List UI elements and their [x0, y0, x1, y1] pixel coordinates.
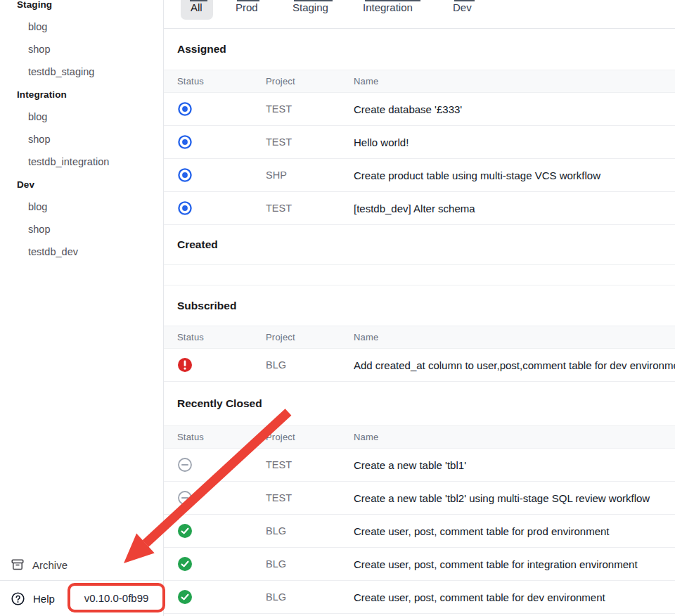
sidebar-item-shop-staging[interactable]: shop	[0, 38, 163, 60]
sidebar-item-blog-integration[interactable]: blog	[0, 105, 163, 128]
cropped-content-mark	[190, 0, 207, 1]
project-code: SHP	[266, 169, 354, 181]
table-row[interactable]: TEST Create a new table 'tbl2' using mul…	[164, 482, 675, 515]
table-row[interactable]: TEST Create a new table 'tbl1'	[164, 449, 675, 482]
issue-name: Create database '£333'	[354, 103, 675, 115]
db-item-label: blog	[28, 201, 47, 212]
project-code: TEST	[266, 459, 354, 470]
db-item-label: testdb_staging	[28, 66, 94, 77]
version-text: v0.10.0-0fb99	[84, 592, 149, 604]
issue-done-icon	[177, 589, 193, 605]
db-item-label: blog	[28, 21, 47, 32]
empty-table-placeholder	[164, 264, 675, 285]
issue-name: [testdb_dev] Alter schema	[354, 203, 675, 214]
table-row[interactable]: BLG Create user, post, comment table for…	[164, 515, 675, 548]
sidebar-item-shop-dev[interactable]: shop	[0, 218, 163, 240]
column-header-status: Status	[164, 432, 266, 442]
issue-attention-icon	[177, 357, 193, 373]
column-header-project: Project	[266, 332, 354, 342]
db-item-label: shop	[28, 134, 50, 145]
section-title-recently-closed: Recently Closed	[164, 382, 675, 425]
project-code: BLG	[266, 591, 354, 603]
table-header: Status Project Name	[164, 70, 675, 93]
table-row[interactable]: BLG Create user, post, comment table for…	[164, 548, 675, 581]
project-code: TEST	[266, 203, 354, 214]
cropped-content-mark	[454, 0, 475, 1]
table-row[interactable]: TEST [testdb_dev] Alter schema	[164, 192, 675, 225]
sidebar: Staging blog shop testdb_staging Integra…	[0, 0, 164, 616]
project-code: TEST	[266, 492, 354, 503]
sidebar-item-blog-staging[interactable]: blog	[0, 15, 163, 38]
archive-button[interactable]: Archive	[0, 549, 162, 581]
issue-canceled-icon	[177, 490, 193, 506]
table-header: Status Project Name	[164, 425, 675, 449]
column-header-status: Status	[164, 76, 266, 86]
issue-dashboard: All Prod Staging Integration Dev Assigne…	[164, 0, 675, 616]
table-header: Status Project Name	[164, 326, 675, 349]
tab-staging[interactable]: Staging	[292, 1, 328, 13]
issue-open-icon	[177, 101, 193, 117]
db-item-label: shop	[28, 44, 50, 55]
issue-name: Create user, post, comment table for int…	[354, 558, 675, 570]
project-code: BLG	[266, 359, 354, 371]
sidebar-env-header-integration: Integration	[0, 83, 163, 105]
section-title-text: Created	[177, 238, 218, 251]
sidebar-item-testdb-staging[interactable]: testdb_staging	[0, 60, 163, 83]
section-title-text: Recently Closed	[177, 397, 262, 410]
section-title-text: Assigned	[177, 43, 226, 56]
help-label: Help	[33, 593, 55, 605]
issue-name: Add created_at column to user,post,comme…	[354, 359, 675, 371]
table-row[interactable]: BLG Add created_at column to user,post,c…	[164, 349, 675, 382]
table-row[interactable]: SHP Create product table using multi-sta…	[164, 159, 675, 192]
section-title-text: Subscribed	[177, 300, 236, 312]
issue-name: Create user, post, comment table for pro…	[354, 525, 675, 537]
help-icon	[11, 592, 25, 605]
db-item-label: testdb_dev	[28, 246, 78, 257]
issue-open-icon	[177, 200, 193, 216]
cropped-content-mark	[365, 0, 420, 1]
sidebar-item-testdb-integration[interactable]: testdb_integration	[0, 150, 163, 173]
column-header-project: Project	[266, 76, 354, 86]
issue-open-icon	[177, 167, 193, 183]
sidebar-item-shop-integration[interactable]: shop	[0, 128, 163, 150]
column-header-name: Name	[354, 432, 675, 442]
project-code: TEST	[266, 103, 354, 115]
project-code: BLG	[266, 525, 354, 537]
issue-name: Create product table using multi-stage V…	[354, 169, 675, 181]
issue-canceled-icon	[177, 457, 193, 473]
sidebar-item-testdb-dev[interactable]: testdb_dev	[0, 240, 163, 263]
env-header-label: Staging	[17, 0, 52, 10]
issue-done-icon	[177, 556, 193, 572]
issue-name: Create user, post, comment table for dev…	[354, 591, 675, 603]
issue-name: Create a new table 'tbl1'	[354, 459, 675, 471]
env-header-label: Integration	[17, 89, 67, 100]
section-title-created: Created	[164, 225, 675, 264]
column-header-name: Name	[354, 76, 675, 86]
cropped-content-mark	[294, 0, 333, 1]
section-title-assigned: Assigned	[164, 29, 675, 70]
table-row[interactable]: BLG Create user, post, comment table for…	[164, 581, 675, 614]
issue-name: Create a new table 'tbl2' using multi-st…	[354, 492, 675, 504]
sidebar-item-blog-dev[interactable]: blog	[0, 195, 163, 218]
column-header-status: Status	[164, 332, 266, 342]
archive-icon	[11, 558, 24, 571]
archive-label: Archive	[32, 559, 68, 571]
version-badge: v0.10.0-0fb99	[68, 583, 165, 612]
tab-all[interactable]: All	[191, 1, 202, 13]
db-item-label: testdb_integration	[28, 156, 109, 167]
column-header-name: Name	[354, 332, 675, 342]
issue-done-icon	[177, 523, 193, 539]
table-row[interactable]: TEST Create database '£333'	[164, 93, 675, 126]
tab-dev[interactable]: Dev	[453, 1, 472, 13]
environment-tabs: All Prod Staging Integration Dev	[164, 0, 675, 29]
database-tree: Staging blog shop testdb_staging Integra…	[0, 0, 163, 263]
db-item-label: blog	[28, 111, 47, 122]
table-row[interactable]: TEST Hello world!	[164, 126, 675, 159]
issue-name: Hello world!	[354, 136, 675, 148]
section-title-subscribed: Subscribed	[164, 285, 675, 326]
column-header-project: Project	[266, 432, 354, 442]
sidebar-env-header-staging: Staging	[0, 0, 163, 15]
tab-prod[interactable]: Prod	[236, 1, 258, 13]
issue-open-icon	[177, 134, 193, 150]
tab-integration[interactable]: Integration	[363, 1, 413, 13]
